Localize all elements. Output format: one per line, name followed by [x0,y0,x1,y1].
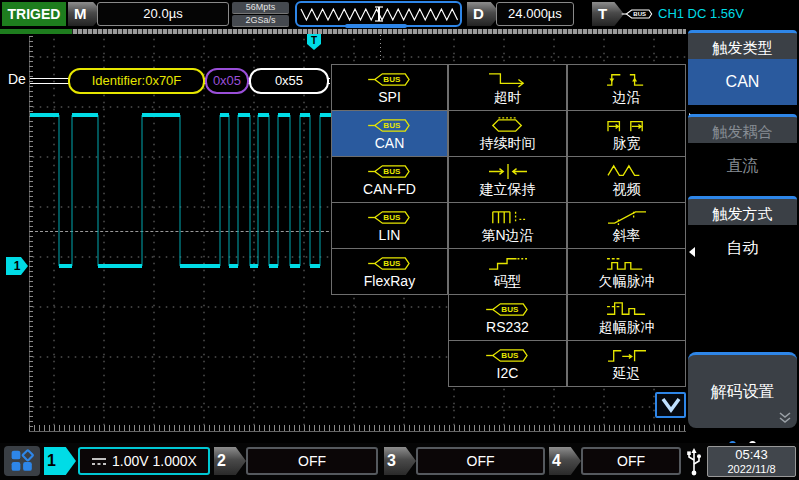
overview-window-notch [345,24,407,28]
menu-item-label: 斜率 [613,227,641,244]
app-logo-icon [10,449,34,473]
menu-item-duration[interactable]: 持续时间 [448,110,567,157]
trigger-status-badge: TRIGED [2,2,66,26]
channel3-settings[interactable]: OFF [416,447,545,475]
bus-icon: BUS [484,300,532,319]
bus-icon: BUS [366,162,414,181]
home-menu-button[interactable] [4,446,40,476]
svg-text:BUS: BUS [501,351,519,360]
menu-item-label: CAN-FD [363,181,416,198]
soft-menu-sidebar: 触发类型 CAN 触发耦合 直流 触发方式 自动 解码设置 [686,28,799,443]
dc-coupling-icon [91,457,107,466]
menu-item-label: 延迟 [613,365,641,382]
channel3-state: OFF [467,453,495,469]
menu-item-pattern[interactable]: 码型 [448,248,567,295]
menu-item-label: 持续时间 [480,135,536,152]
decode-data-bubble: 0x55 [249,68,329,94]
menu-item-timeout[interactable]: 超时 [448,64,567,111]
chevron-down-icon [660,397,682,413]
svg-text:BUS: BUS [383,167,401,176]
menu-item-pulse-width[interactable]: 脉宽 [567,110,686,157]
bus-icon: BUS [366,254,414,273]
menu-item-delay[interactable]: 延迟 [567,340,686,387]
channel4-badge[interactable]: 4 [549,447,581,475]
menu-item-lin[interactable]: BUS LIN [331,202,448,249]
menu-item-rs232[interactable]: BUS RS232 [448,294,567,341]
timebase-value[interactable]: 20.0µs [97,2,229,26]
pattern-icon [484,254,532,273]
trigger-coupling-value[interactable]: 直流 [688,143,797,189]
channel1-settings[interactable]: 1.00V 1.000X [78,447,210,475]
trigger-type-value[interactable]: CAN [688,59,797,105]
menu-item-label: LIN [379,227,401,244]
decode-identifier-bubble: Identifier:0x70F [68,68,205,94]
memory-window-bar [0,29,72,34]
menu-item-can-fd[interactable]: BUS CAN-FD [331,156,448,203]
channel1-level-marker[interactable]: 1 [6,257,28,275]
menu-item-nth-edge[interactable]: 第N边沿 [448,202,567,249]
center-position-line [380,35,381,63]
trigger-bus-icon: BUS [621,6,653,26]
duration-icon [484,116,532,135]
menu-item-label: 超时 [494,89,522,106]
svg-text:BUS: BUS [383,213,401,222]
bus-icon: BUS [366,116,414,135]
channel1-badge[interactable]: 1 [44,447,76,475]
overamp-icon [603,300,651,319]
menu-item-flexray[interactable]: BUS FlexRay [331,248,448,295]
menu-item-spi[interactable]: BUS SPI [331,64,448,111]
menu-item-video[interactable]: 视频 [567,156,686,203]
channel2-badge[interactable]: 2 [214,447,246,475]
bus-icon: BUS [484,346,532,365]
menu-item-edge[interactable]: 边沿 [567,64,686,111]
channel-status-bar: 1 1.00V 1.000X 2 OFF 3 OFF 4 OFF [0,443,799,480]
delay-value[interactable]: 24.000µs [496,2,574,26]
menu-item-overamp[interactable]: 超幅脉冲 [567,294,686,341]
svg-text:BUS: BUS [501,305,519,314]
graticule-left-ticks [29,36,33,431]
chevron-down-double-icon [778,412,792,424]
trigger-type-header: 触发类型 [688,30,797,59]
menu-item-label: 脉宽 [613,135,641,152]
menu-item-label: SPI [378,89,401,106]
menu-item-slope[interactable]: 斜率 [567,202,686,249]
memory-depth[interactable]: 56Mpts [232,2,289,14]
channel2-state: OFF [298,453,326,469]
runt-icon [603,254,651,273]
menu-item-i2c[interactable]: BUS I2C [448,340,567,387]
trigger-coupling-header: 触发耦合 [688,114,797,143]
menu-item-label: RS232 [486,319,529,336]
channel4-settings[interactable]: OFF [581,447,681,475]
menu-item-label: 建立保持 [480,181,536,198]
sample-rate[interactable]: 2GSa/s [232,15,289,27]
channel2-settings[interactable]: OFF [246,447,378,475]
slope-icon [603,208,651,227]
svg-text:BUS: BUS [383,121,401,130]
delay-icon [603,346,651,365]
trigger-mode-value[interactable]: 自动 [688,225,797,271]
channel3-badge[interactable]: 3 [384,447,416,475]
menu-item-setup-hold[interactable]: 建立保持 [448,156,567,203]
menu-item-can[interactable]: BUS CAN [331,110,448,157]
svg-text:BUS: BUS [383,75,401,84]
decode-data-bubble: 0x05 [205,68,249,94]
memory-position-ruler [72,29,686,34]
nth-edge-icon [484,208,532,227]
menu-item-runt[interactable]: 欠幅脉冲 [567,248,686,295]
softkey-arrow-icon [689,247,695,257]
svg-text:BUS: BUS [633,11,646,17]
graticule-bottom-line [29,431,686,432]
status-bar: TRIGED M 20.0µs 56Mpts 2GSa/s D 24.000µs… [0,0,799,28]
timeout-icon [484,70,532,89]
svg-text:BUS: BUS [383,259,401,268]
menu-item-label: FlexRay [364,273,415,290]
pulse-width-icon [603,116,651,135]
menu-right-column: 边沿 脉宽 视频 斜率 欠幅脉冲 超幅脉冲 延迟 [567,65,686,387]
menu-scroll-down-button[interactable] [655,392,686,418]
usb-icon [686,448,702,476]
menu-item-label: 第N边沿 [481,227,533,244]
trigger-mode-header: 触发方式 [688,196,797,225]
date-readout: 2022/11/8 [708,463,795,476]
decode-bus-label: De [8,71,26,87]
edge-icon [603,70,651,89]
